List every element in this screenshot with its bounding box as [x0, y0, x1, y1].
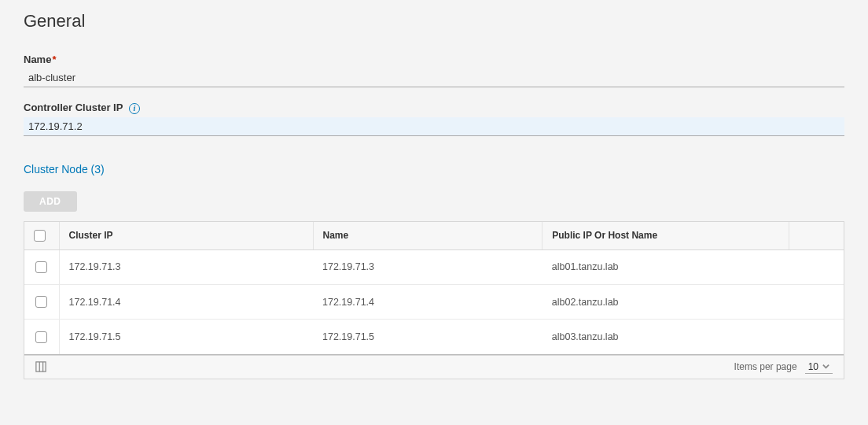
- cell-actions: [789, 320, 844, 354]
- header-cluster-ip[interactable]: Cluster IP: [59, 222, 313, 250]
- controller-cluster-ip-label: Controller Cluster IP i: [24, 102, 844, 114]
- name-label: Name*: [24, 54, 844, 65]
- items-per-page-select[interactable]: 10: [805, 360, 833, 374]
- cell-cluster-ip: 172.19.71.3: [59, 249, 313, 284]
- cell-name: 172.19.71.5: [313, 320, 542, 354]
- header-checkbox-cell: [24, 222, 59, 250]
- cell-public-ip: alb01.tanzu.lab: [542, 249, 789, 284]
- chevron-down-icon: [822, 361, 829, 372]
- header-actions: [789, 222, 844, 250]
- cluster-node-table: Cluster IP Name Public IP Or Host Name 1…: [24, 221, 844, 379]
- row-checkbox[interactable]: [35, 331, 47, 343]
- header-public-ip[interactable]: Public IP Or Host Name: [542, 222, 789, 250]
- row-checkbox[interactable]: [35, 296, 47, 308]
- select-all-checkbox[interactable]: [34, 230, 46, 242]
- cell-name: 172.19.71.3: [313, 249, 542, 284]
- name-input[interactable]: [24, 68, 844, 87]
- controller-cluster-ip-input[interactable]: [24, 117, 844, 136]
- table-row: 172.19.71.4 172.19.71.4 alb02.tanzu.lab: [24, 285, 844, 320]
- table-row: 172.19.71.5 172.19.71.5 alb03.tanzu.lab: [24, 320, 844, 354]
- cell-actions: [789, 249, 844, 284]
- cluster-node-link[interactable]: Cluster Node (3): [24, 163, 105, 176]
- cell-public-ip: alb03.tanzu.lab: [542, 320, 789, 354]
- svg-rect-0: [36, 362, 46, 371]
- column-toggle-icon[interactable]: [35, 361, 46, 372]
- cell-cluster-ip: 172.19.71.5: [59, 320, 313, 354]
- items-per-page-label: Items per page: [734, 361, 797, 372]
- row-checkbox[interactable]: [35, 261, 47, 273]
- add-button[interactable]: ADD: [24, 191, 77, 212]
- table-footer: Items per page 10: [24, 355, 844, 379]
- table-row: 172.19.71.3 172.19.71.3 alb01.tanzu.lab: [24, 249, 844, 284]
- cell-name: 172.19.71.4: [313, 285, 542, 320]
- header-name[interactable]: Name: [313, 222, 542, 250]
- cell-actions: [789, 285, 844, 320]
- cell-cluster-ip: 172.19.71.4: [59, 285, 313, 320]
- required-asterisk-icon: *: [52, 54, 56, 65]
- page-title: General: [24, 11, 844, 31]
- cell-public-ip: alb02.tanzu.lab: [542, 285, 789, 320]
- info-icon[interactable]: i: [129, 103, 140, 114]
